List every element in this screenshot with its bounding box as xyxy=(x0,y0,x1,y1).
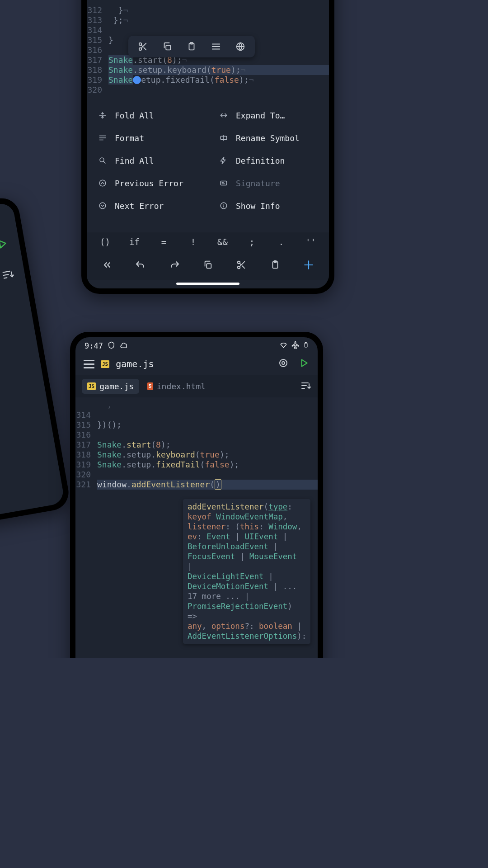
target-icon[interactable] xyxy=(278,358,289,370)
sort-icon[interactable] xyxy=(0,247,25,306)
run-button[interactable] xyxy=(298,357,310,371)
quick-key-equals[interactable]: = xyxy=(149,237,178,247)
tab-index-html[interactable]: 5 index.html xyxy=(142,379,211,394)
code-line[interactable]: 320 xyxy=(87,85,329,95)
clock-time: 9:47 xyxy=(84,341,103,350)
quick-key-if[interactable]: if xyxy=(120,237,149,247)
svg-point-38 xyxy=(280,359,287,367)
code-line[interactable]: 314 xyxy=(87,25,329,35)
svg-line-21 xyxy=(103,161,105,163)
paste-icon[interactable] xyxy=(268,258,282,272)
svg-line-30 xyxy=(243,266,245,268)
js-file-icon: JS xyxy=(101,360,109,368)
svg-point-24 xyxy=(99,203,106,209)
menu-rename-symbol[interactable]: Rename Symbol xyxy=(208,127,329,149)
phone-context-menu: 312 }¬ 313 };¬ 314 315} 316 317Snake.sta… xyxy=(81,0,334,294)
menu-fold-all[interactable]: Fold All xyxy=(87,104,208,127)
quick-key-semicolon[interactable]: ; xyxy=(237,237,267,247)
code-editor[interactable]: , 314 315})(); 316 317Snake.start(8); 31… xyxy=(75,397,318,490)
select-all-icon[interactable] xyxy=(207,38,225,56)
phone-autocomplete: 9:47 JS game.js JS game.js xyxy=(70,332,323,658)
quick-key-and[interactable]: && xyxy=(208,237,237,247)
code-line[interactable]: 318Snake.setup.keyboard(true);¬ xyxy=(87,65,329,75)
shield-icon xyxy=(108,341,115,351)
menu-definition[interactable]: Definition xyxy=(208,149,329,172)
app-header: JS game.js xyxy=(75,353,318,375)
menu-signature: Signature xyxy=(208,172,329,194)
add-icon[interactable] xyxy=(301,258,316,272)
code-line[interactable]: 319Snakeetup.fixedTail(false);¬ xyxy=(87,75,329,85)
svg-rect-7 xyxy=(166,45,170,50)
cloud-icon xyxy=(120,341,128,351)
copy-icon[interactable] xyxy=(201,258,215,272)
svg-line-5 xyxy=(144,47,146,50)
svg-line-6 xyxy=(141,45,143,47)
paste-icon[interactable] xyxy=(183,38,201,56)
menu-expand-to[interactable]: Expand To… xyxy=(208,104,329,127)
cut-icon[interactable] xyxy=(134,38,152,56)
menu-previous-error[interactable]: Previous Error xyxy=(87,172,208,194)
code-line[interactable]: 313 };¬ xyxy=(87,15,329,25)
text-cursor-handle[interactable] xyxy=(133,76,141,84)
sort-icon[interactable] xyxy=(300,380,311,393)
quick-key-bang[interactable]: ! xyxy=(178,237,208,247)
signature-tooltip: addEventListener(type: keyof WindowEvent… xyxy=(183,499,310,644)
bottom-toolbar xyxy=(87,251,329,280)
menu-format[interactable]: Format xyxy=(87,127,208,149)
svg-point-39 xyxy=(282,362,285,364)
context-menu: Fold All Expand To… Format Rename Symbol xyxy=(87,100,329,221)
svg-rect-26 xyxy=(206,264,211,268)
undo-icon[interactable] xyxy=(133,258,148,272)
home-indicator[interactable] xyxy=(176,283,239,285)
quick-key-dot[interactable]: . xyxy=(267,237,296,247)
tab-bar: JS game.js 5 index.html xyxy=(75,375,318,397)
quick-key-quotes[interactable]: '' xyxy=(296,237,325,247)
edit-toolbar-popup xyxy=(128,36,255,57)
svg-rect-23 xyxy=(221,181,227,185)
page-title: game.js xyxy=(116,359,272,369)
airplane-icon xyxy=(291,341,300,351)
web-icon[interactable] xyxy=(231,38,249,56)
quick-key-parens[interactable]: () xyxy=(90,237,120,247)
menu-show-info[interactable]: Show Info xyxy=(208,194,329,217)
js-file-icon: JS xyxy=(87,382,96,390)
svg-rect-37 xyxy=(305,343,307,344)
tab-game-js[interactable]: JS game.js xyxy=(82,379,139,394)
redo-icon[interactable] xyxy=(167,258,182,272)
html-file-icon: 5 xyxy=(147,382,153,390)
svg-rect-36 xyxy=(305,343,307,347)
cut-icon[interactable] xyxy=(234,258,249,272)
code-line[interactable]: 312 }¬ xyxy=(87,5,329,15)
copy-icon[interactable] xyxy=(158,38,176,56)
wifi-icon xyxy=(279,341,288,351)
menu-icon[interactable] xyxy=(84,360,94,368)
collapse-left-icon[interactable] xyxy=(100,258,114,272)
battery-icon xyxy=(303,341,309,351)
phone-tilted-left xyxy=(0,195,71,537)
menu-find-all[interactable]: Find All xyxy=(87,149,208,172)
quick-key-row: () if = ! && ; . '' xyxy=(87,232,329,251)
menu-next-error[interactable]: Next Error xyxy=(87,194,208,217)
status-bar: 9:47 xyxy=(75,337,318,353)
svg-line-31 xyxy=(240,263,242,265)
svg-point-22 xyxy=(99,180,106,186)
